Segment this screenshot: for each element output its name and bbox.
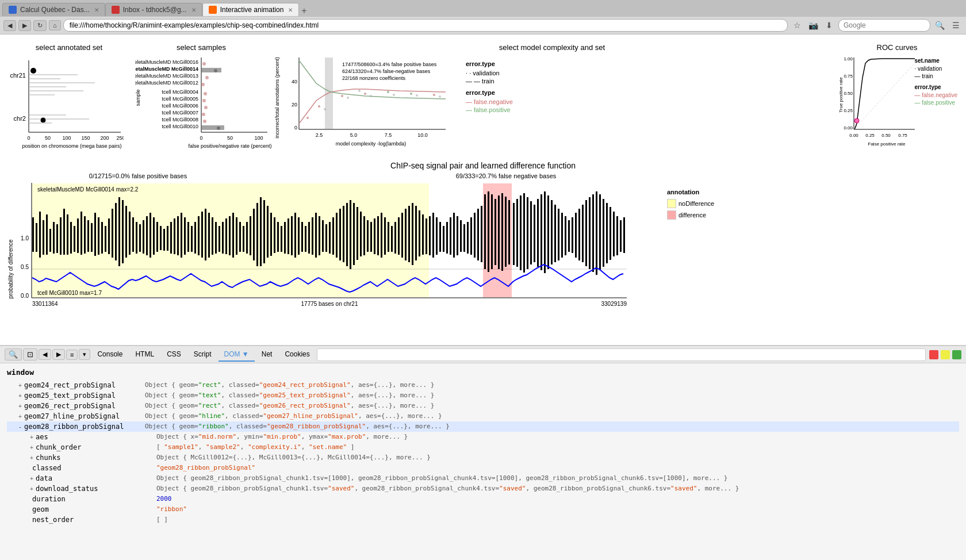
devtools-tab-dom[interactable]: DOM ▼ xyxy=(218,348,255,362)
svg-rect-143 xyxy=(146,216,148,255)
devtools-maximize-btn[interactable] xyxy=(952,350,961,359)
back-button[interactable]: ◀ xyxy=(3,20,16,31)
svg-text:7.5: 7.5 xyxy=(385,132,392,138)
devtools-pointer-button[interactable]: ⊡ xyxy=(23,348,37,360)
devtools-forward-button[interactable]: ▶ xyxy=(52,349,65,360)
roc-title: ROC curves xyxy=(837,43,957,52)
svg-text:0.25: 0.25 xyxy=(844,108,853,113)
svg-text:624/13320=4.7% false-negative : 624/13320=4.7% false-negative bases xyxy=(342,68,431,74)
svg-rect-176 xyxy=(260,197,262,266)
search-icon[interactable]: 🔍 xyxy=(933,18,946,32)
dom-row-geom25[interactable]: + geom25_text_probSignal Object { geom="… xyxy=(7,390,959,401)
svg-text:skeletalMuscleMD McGill0014 ma: skeletalMuscleMD McGill0014 max=2.2 xyxy=(37,186,139,193)
dom-row-classed[interactable]: classed "geom28_ribbon_probSignal" xyxy=(7,463,959,473)
download-button[interactable]: ⬇ xyxy=(822,18,836,32)
svg-rect-281 xyxy=(623,217,625,253)
tab-close-2[interactable]: ✕ xyxy=(191,7,196,13)
devtools-tab-console[interactable]: Console xyxy=(91,348,128,362)
svg-rect-205 xyxy=(360,212,362,256)
tab-close-3[interactable]: ✕ xyxy=(288,7,293,13)
dom-row-nest-order[interactable]: nest_order [ ] xyxy=(7,515,959,525)
svg-rect-222 xyxy=(419,210,420,256)
reload-button[interactable]: ↻ xyxy=(33,20,47,31)
tab-animation[interactable]: Interactive animation ✕ xyxy=(202,3,300,16)
svg-text:0: 0 xyxy=(27,135,30,141)
devtools-tab-cookies[interactable]: Cookies xyxy=(279,348,315,362)
svg-rect-44 xyxy=(201,68,221,72)
devtools-tab-script[interactable]: Script xyxy=(188,348,217,362)
dom-row-data[interactable]: + data Object { geom28_ribbon_probSignal… xyxy=(7,473,959,484)
svg-text:0.50: 0.50 xyxy=(844,91,853,96)
dom-row-download-status[interactable]: + download_status Object { geom28_ribbon… xyxy=(7,484,959,494)
dom-row-chunk-order[interactable]: + chunk_order [ "sample1", "sample2", "c… xyxy=(7,442,959,452)
svg-rect-163 xyxy=(215,222,217,254)
address-bar[interactable] xyxy=(63,19,788,32)
tab-calcul-quebec[interactable]: Calcul Québec - Das... ✕ xyxy=(2,3,105,16)
svg-rect-154 xyxy=(184,217,186,255)
tab-inbox[interactable]: Inbox - tdhock5@g... ✕ xyxy=(105,3,202,16)
devtools-tab-net[interactable]: Net xyxy=(256,348,278,362)
annotated-title: select annotated set xyxy=(9,43,129,52)
svg-rect-111 xyxy=(36,223,37,252)
dom-row-geom27[interactable]: + geom27_hline_probSignal Object { geom=… xyxy=(7,411,959,421)
svg-point-42 xyxy=(203,120,206,123)
chip-title: ChIP-seq signal pair and learned differe… xyxy=(6,161,960,170)
expand-geom25[interactable]: + xyxy=(18,393,22,399)
new-tab-button[interactable]: + xyxy=(301,6,306,16)
expand-chunk-order[interactable]: + xyxy=(30,444,33,451)
menu-button[interactable]: ☰ xyxy=(949,18,963,32)
svg-text:17477/508600=3.4% false positi: 17477/508600=3.4% false positive bases xyxy=(342,62,437,67)
search-input[interactable] xyxy=(838,19,930,32)
dom-key-nest-order: nest_order xyxy=(30,516,156,524)
svg-rect-195 xyxy=(325,224,327,252)
expand-geom24[interactable]: + xyxy=(18,382,22,389)
forward-button[interactable]: ▶ xyxy=(18,20,31,31)
dom-row-duration[interactable]: duration 2000 xyxy=(7,494,959,504)
devtools-close-btn[interactable] xyxy=(929,350,938,359)
dom-row-aes[interactable]: + aes Object { x="mid.norm", ymin="min.p… xyxy=(7,432,959,442)
svg-rect-190 xyxy=(308,222,310,254)
expand-geom26[interactable]: + xyxy=(18,403,22,409)
svg-rect-238 xyxy=(474,213,476,258)
devtools-back-button[interactable]: ◀ xyxy=(39,349,51,360)
svg-rect-140 xyxy=(136,222,137,254)
svg-rect-130 xyxy=(101,222,103,254)
svg-rect-214 xyxy=(391,226,393,252)
devtools-search-input[interactable] xyxy=(317,348,926,361)
devtools-tab-html[interactable]: HTML xyxy=(129,348,160,362)
svg-text:chr2: chr2 xyxy=(14,115,26,122)
svg-rect-123 xyxy=(77,218,79,253)
expand-download-status[interactable]: + xyxy=(30,486,33,492)
svg-rect-224 xyxy=(425,218,427,254)
svg-rect-62 xyxy=(325,57,333,129)
svg-rect-234 xyxy=(460,220,462,252)
dom-row-geom[interactable]: geom "ribbon" xyxy=(7,504,959,515)
svg-rect-150 xyxy=(170,222,172,254)
svg-rect-172 xyxy=(246,222,248,254)
expand-data[interactable]: + xyxy=(30,475,33,482)
home-button[interactable]: ⌂ xyxy=(49,20,61,30)
dom-key-geom28: - geom28_ribbon_probSignal xyxy=(18,423,145,431)
svg-point-70 xyxy=(324,108,326,110)
expand-aes[interactable]: + xyxy=(30,434,33,440)
screenshot-button[interactable]: 📷 xyxy=(806,18,820,32)
devtools-dropdown-button[interactable]: ▾ xyxy=(79,349,90,360)
expand-geom27[interactable]: + xyxy=(18,413,22,420)
expand-geom28[interactable]: - xyxy=(18,424,22,430)
devtools-tab-css[interactable]: CSS xyxy=(161,348,187,362)
expand-chunks[interactable]: + xyxy=(30,455,33,461)
dom-row-geom26[interactable]: + geom26_rect_probSignal Object { geom="… xyxy=(7,401,959,411)
devtools-list-button[interactable]: ≡ xyxy=(66,350,78,360)
bookmark-button[interactable]: ☆ xyxy=(790,18,804,32)
svg-rect-139 xyxy=(132,217,134,252)
dom-row-geom28[interactable]: - geom28_ribbon_probSignal Object { geom… xyxy=(7,421,959,432)
dom-row-geom24[interactable]: + geom24_rect_probSignal Object { geom="… xyxy=(7,380,959,390)
tab-close-1[interactable]: ✕ xyxy=(94,7,99,13)
devtools-inspect-button[interactable]: 🔍 xyxy=(5,348,22,360)
dom-row-chunks[interactable]: + chunks Object { McGill0012={...}, McGi… xyxy=(7,452,959,463)
svg-rect-165 xyxy=(222,222,224,254)
svg-rect-175 xyxy=(256,203,258,266)
svg-rect-136 xyxy=(122,200,124,263)
svg-rect-174 xyxy=(253,209,255,260)
devtools-minimize-btn[interactable] xyxy=(941,350,950,359)
